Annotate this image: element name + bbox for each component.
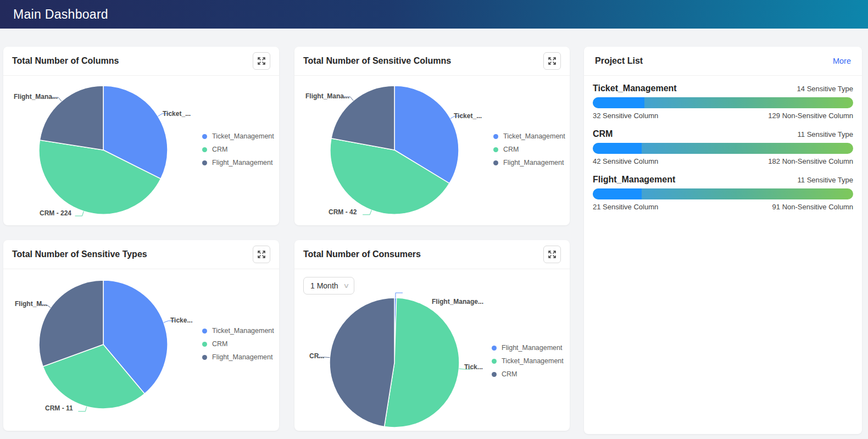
sensitive-bar-fill bbox=[593, 97, 644, 108]
card-title: Total Number of Sensitive Columns bbox=[303, 56, 451, 66]
legend-dot-icon bbox=[492, 359, 497, 364]
expand-button[interactable] bbox=[543, 52, 561, 70]
non-sensitive-column-count: 91 Non-Sensitive Column bbox=[772, 203, 853, 211]
pie-label-crm: CRM - 42 bbox=[329, 208, 357, 216]
card-total-columns: Total Number of Columns Flight_Mana... T… bbox=[3, 47, 279, 225]
non-sensitive-column-count: 182 Non-Sensitive Column bbox=[768, 157, 853, 165]
project-name: Flight_Management bbox=[593, 175, 675, 185]
legend-dot-icon bbox=[202, 134, 207, 139]
page-title: Main Dashboard bbox=[13, 7, 108, 22]
legend-item-ticket[interactable]: Ticket_Management bbox=[492, 354, 564, 368]
card-total-sensitive-types: Total Number of Sensitive Types Flight_M… bbox=[3, 240, 279, 431]
sensitive-ratio-bar bbox=[593, 97, 853, 108]
sensitive-column-count: 21 Sensitive Column bbox=[593, 203, 658, 211]
legend-dot-icon bbox=[202, 329, 207, 334]
legend-dot-icon bbox=[493, 160, 498, 165]
expand-arrows-icon bbox=[548, 57, 557, 65]
card-title: Total Number of Columns bbox=[12, 56, 119, 66]
expand-arrows-icon bbox=[257, 250, 266, 259]
pie-label-crm: CRM - 11 bbox=[45, 404, 73, 412]
chart-legend: Ticket_Management CRM Flight_Management bbox=[202, 130, 274, 169]
project-row-ticket-management[interactable]: Ticket_Management 14 Sensitive Type 32 S… bbox=[593, 84, 853, 120]
pie-label-ticket: Ticke... bbox=[170, 316, 192, 324]
sensitive-ratio-bar bbox=[593, 143, 853, 154]
expand-button[interactable] bbox=[543, 246, 561, 263]
legend-item-crm[interactable]: CRM bbox=[492, 368, 564, 381]
legend-dot-icon bbox=[202, 147, 207, 152]
legend-item-flight[interactable]: Flight_Management bbox=[493, 156, 565, 169]
pie-label-crm: CR... bbox=[309, 352, 324, 360]
sensitive-column-count: 42 Sensitive Column bbox=[593, 157, 658, 165]
sensitive-type-count: 11 Sensitive Type bbox=[798, 176, 853, 184]
chart-legend: Ticket_Management CRM Flight_Management bbox=[202, 324, 274, 364]
panel-title: Project List bbox=[595, 56, 643, 66]
project-name: CRM bbox=[593, 129, 613, 139]
sensitive-type-count: 14 Sensitive Type bbox=[797, 85, 853, 93]
sensitive-type-count: 11 Sensitive Type bbox=[798, 130, 853, 138]
period-select[interactable]: 1 Month ∨ bbox=[303, 277, 354, 294]
card-total-sensitive-columns: Total Number of Sensitive Columns Flight… bbox=[294, 47, 570, 225]
pie-label-ticket: Ticket_... bbox=[163, 110, 191, 118]
card-title: Total Number of Sensitive Types bbox=[12, 249, 147, 259]
expand-arrows-icon bbox=[548, 250, 557, 259]
period-select-value: 1 Month bbox=[310, 281, 338, 290]
legend-item-flight[interactable]: Flight_Management bbox=[202, 156, 274, 169]
sensitive-bar-fill bbox=[593, 188, 642, 199]
legend-dot-icon bbox=[202, 355, 207, 360]
legend-item-crm[interactable]: CRM bbox=[493, 143, 565, 156]
legend-dot-icon bbox=[202, 342, 207, 347]
legend-item-flight[interactable]: Flight_Management bbox=[492, 341, 564, 354]
pie-label-flight: Flight_Mana... bbox=[305, 92, 349, 100]
legend-item-flight[interactable]: Flight_Management bbox=[202, 351, 274, 364]
project-row-crm[interactable]: CRM 11 Sensitive Type 42 Sensitive Colum… bbox=[593, 129, 853, 165]
expand-button[interactable] bbox=[253, 246, 270, 263]
card-total-consumers: Total Number of Consumers 1 Month ∨ Flig… bbox=[294, 240, 570, 431]
legend-item-ticket[interactable]: Ticket_Management bbox=[493, 130, 565, 143]
chevron-down-icon: ∨ bbox=[343, 282, 349, 290]
project-name: Ticket_Management bbox=[593, 84, 677, 93]
expand-button[interactable] bbox=[253, 52, 270, 70]
legend-dot-icon bbox=[202, 160, 207, 165]
sensitive-ratio-bar bbox=[593, 188, 853, 199]
non-sensitive-column-count: 129 Non-Sensitive Column bbox=[768, 112, 853, 120]
pie-label-flight: Flight_Manage... bbox=[432, 298, 483, 305]
legend-dot-icon bbox=[493, 134, 498, 139]
pie-label-ticket: Ticket_... bbox=[454, 112, 482, 120]
legend-item-crm[interactable]: CRM bbox=[202, 337, 274, 351]
legend-item-ticket[interactable]: Ticket_Management bbox=[202, 130, 274, 143]
card-title: Total Number of Consumers bbox=[303, 249, 421, 259]
more-link[interactable]: More bbox=[833, 57, 851, 65]
legend-item-ticket[interactable]: Ticket_Management bbox=[202, 324, 274, 337]
pie-label-flight: Flight_M... bbox=[15, 300, 47, 308]
project-row-flight-management[interactable]: Flight_Management 11 Sensitive Type 21 S… bbox=[593, 175, 853, 211]
top-bar: Main Dashboard bbox=[0, 0, 868, 29]
project-list-panel: Project List More Ticket_Management 14 S… bbox=[584, 47, 862, 434]
legend-dot-icon bbox=[493, 147, 498, 152]
sensitive-column-count: 32 Sensitive Column bbox=[593, 112, 658, 120]
legend-dot-icon bbox=[492, 346, 497, 351]
sensitive-bar-fill bbox=[593, 143, 642, 154]
expand-arrows-icon bbox=[257, 57, 266, 65]
legend-item-crm[interactable]: CRM bbox=[202, 143, 274, 156]
chart-legend: Flight_Management Ticket_Management CRM bbox=[492, 341, 564, 381]
legend-dot-icon bbox=[492, 372, 497, 377]
pie-label-flight: Flight_Mana... bbox=[14, 93, 58, 101]
chart-legend: Ticket_Management CRM Flight_Management bbox=[493, 130, 565, 169]
pie-label-crm: CRM - 224 bbox=[40, 209, 71, 217]
pie-label-ticket: Tick... bbox=[464, 363, 483, 371]
